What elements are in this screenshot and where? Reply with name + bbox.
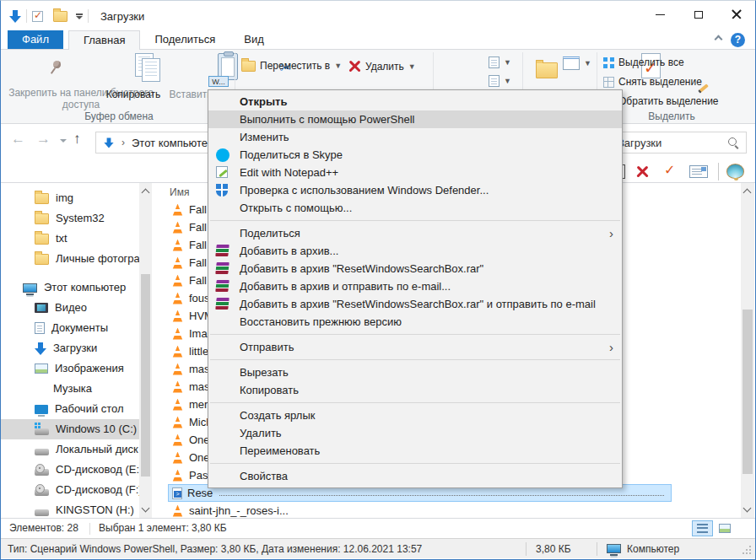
scrollbar-thumb[interactable] xyxy=(742,310,753,474)
menu-item[interactable]: Отправить› xyxy=(208,338,622,356)
sidebar-item[interactable]: CD-дисковод (F:) Sa xyxy=(1,480,139,500)
delete-button[interactable]: Удалить ▼ xyxy=(348,60,416,73)
move-to-button[interactable]: Переместить в ▼ xyxy=(241,60,342,72)
tab-file[interactable]: Файл xyxy=(8,30,63,49)
quick-access-folder-icon[interactable] xyxy=(53,11,68,22)
sidebar-item[interactable]: Этот компьютер xyxy=(1,277,139,298)
tab-home[interactable]: Главная xyxy=(68,30,140,50)
menu-item[interactable]: Edit with Notepad++ xyxy=(208,164,622,181)
sidebar-item[interactable]: Windows 10 (C:) xyxy=(1,419,139,439)
easy-access-button[interactable]: ▼ xyxy=(489,75,511,87)
computer-icon xyxy=(23,283,37,293)
quick-access-properties-icon[interactable] xyxy=(32,11,43,22)
sidebar-item[interactable]: System32 xyxy=(1,208,139,229)
delete-x-icon[interactable] xyxy=(636,165,649,178)
forward-arrow-icon[interactable]: → xyxy=(36,131,51,148)
sidebar-item[interactable]: CD-дисковод (E:) Sa xyxy=(1,460,139,480)
check-icon[interactable]: ✓ xyxy=(664,164,675,177)
menu-item[interactable]: Удалить xyxy=(208,424,622,442)
menu-item[interactable]: Добавить в архив и отправить по e-mail..… xyxy=(208,277,622,295)
sidebar-item[interactable]: Видео xyxy=(1,298,139,318)
pin-icon[interactable] xyxy=(49,59,64,74)
mail-icon[interactable] xyxy=(689,165,708,178)
menu-item[interactable]: Свойства xyxy=(208,467,622,485)
new-item-button[interactable]: ▼ xyxy=(489,57,511,68)
scroll-down-icon[interactable] xyxy=(142,504,150,513)
search-box[interactable]: Загрузки xyxy=(610,132,747,153)
menu-item[interactable]: Открыть с помощью... xyxy=(208,199,622,217)
file-list-scrollbar[interactable] xyxy=(741,183,754,518)
scroll-up-icon[interactable] xyxy=(743,189,752,197)
menu-item[interactable]: Открыть xyxy=(208,93,622,110)
menu-item-label: Поделиться в Skype xyxy=(240,148,343,161)
menu-item[interactable]: Копировать xyxy=(208,381,622,399)
search-input[interactable]: Загрузки xyxy=(618,137,728,149)
sidebar-item[interactable]: img xyxy=(1,188,139,208)
thumbnails-view-button[interactable] xyxy=(714,520,735,536)
history-chevron-icon[interactable] xyxy=(60,139,67,143)
maximize-button[interactable] xyxy=(679,1,717,28)
sidebar-item[interactable]: Документы xyxy=(1,318,139,338)
menu-item[interactable]: Проверка с использованием Windows Defend… xyxy=(208,181,622,199)
sidebar-item-label: KINGSTON (H:) xyxy=(56,500,134,518)
window-controls xyxy=(641,1,755,28)
close-button[interactable] xyxy=(717,1,755,28)
scrollbar-thumb[interactable] xyxy=(141,274,150,477)
copy-icon[interactable] xyxy=(135,53,160,80)
breadcrumb[interactable]: Этот компьютер xyxy=(132,137,213,149)
column-header-name[interactable]: Имя xyxy=(170,186,189,198)
menu-item[interactable]: Поделиться› xyxy=(208,224,622,242)
tab-share[interactable]: Поделиться xyxy=(140,30,230,49)
menu-item[interactable]: Вырезать xyxy=(208,363,622,381)
menu-item[interactable]: Переименовать xyxy=(208,442,622,460)
file-row[interactable]: saint-jhn_-_roses-i... xyxy=(168,502,292,518)
menu-item[interactable]: Восстановить прежнюю версию xyxy=(208,313,622,331)
menu-item[interactable]: Добавить в архив "ResetWindowsSearchBox.… xyxy=(208,260,622,277)
sidebar-item[interactable]: Личные фотографи xyxy=(1,249,139,269)
select-all-icon xyxy=(603,57,614,68)
up-arrow-icon[interactable]: ↑ xyxy=(73,131,81,148)
vlc-icon xyxy=(171,452,184,464)
shell-settings-icon[interactable] xyxy=(726,164,744,179)
sidebar-item[interactable]: KINGSTON (H:) xyxy=(1,500,139,518)
resize-grip[interactable] xyxy=(749,552,751,554)
zone-label: Компьютер xyxy=(627,543,679,555)
clear-selection-button[interactable]: Снять выделение xyxy=(603,76,702,88)
back-arrow-icon[interactable]: ← xyxy=(11,131,25,148)
open-button[interactable]: ▼ xyxy=(563,57,591,70)
menu-item[interactable]: Поделиться в Skype xyxy=(208,146,622,164)
details-view-button[interactable] xyxy=(692,520,713,536)
copy-button[interactable]: Копировать xyxy=(100,89,166,100)
title-bar: Загрузки xyxy=(1,1,755,31)
minimize-button[interactable] xyxy=(641,1,679,28)
cd-icon xyxy=(35,469,49,476)
menu-item[interactable]: Добавить в архив... xyxy=(208,242,622,260)
menu-item[interactable]: Выполнить с помощью PowerShell xyxy=(208,110,622,128)
vlc-icon xyxy=(171,275,184,287)
sidebar-item-label: Windows 10 (C:) xyxy=(56,419,137,439)
music-icon xyxy=(35,383,46,396)
select-all-button[interactable]: Выделить все xyxy=(603,57,684,68)
dropdown-arrow-icon: ▼ xyxy=(584,59,591,67)
sidebar-item[interactable]: Локальный диск (D xyxy=(1,439,139,460)
vlc-icon xyxy=(171,346,184,358)
new-folder-icon[interactable] xyxy=(536,62,558,78)
menu-item[interactable]: Создать ярлык xyxy=(208,407,622,424)
sidebar-scrollbar[interactable] xyxy=(139,183,152,518)
tab-view[interactable]: Вид xyxy=(230,30,278,49)
sidebar-item[interactable]: Изображения xyxy=(1,358,139,379)
help-button[interactable]: ? xyxy=(731,33,745,47)
scroll-up-icon[interactable] xyxy=(142,189,150,197)
sidebar-item[interactable]: Музыка xyxy=(1,379,139,399)
folder-icon xyxy=(35,254,49,265)
sidebar-item[interactable]: Загрузки xyxy=(1,338,139,358)
sidebar-item[interactable]: Рабочий стол xyxy=(1,399,139,419)
menu-item[interactable]: Добавить в архив "ResetWindowsSearchBox.… xyxy=(208,295,622,313)
sidebar-item[interactable]: txt xyxy=(1,229,139,249)
scroll-down-icon[interactable] xyxy=(743,504,752,513)
vlc-icon xyxy=(171,204,184,216)
menu-item-label: Вырезать xyxy=(240,366,289,379)
menu-item[interactable]: Изменить xyxy=(208,128,622,146)
customize-quick-access-button[interactable] xyxy=(76,13,83,19)
search-icon[interactable] xyxy=(728,137,739,148)
